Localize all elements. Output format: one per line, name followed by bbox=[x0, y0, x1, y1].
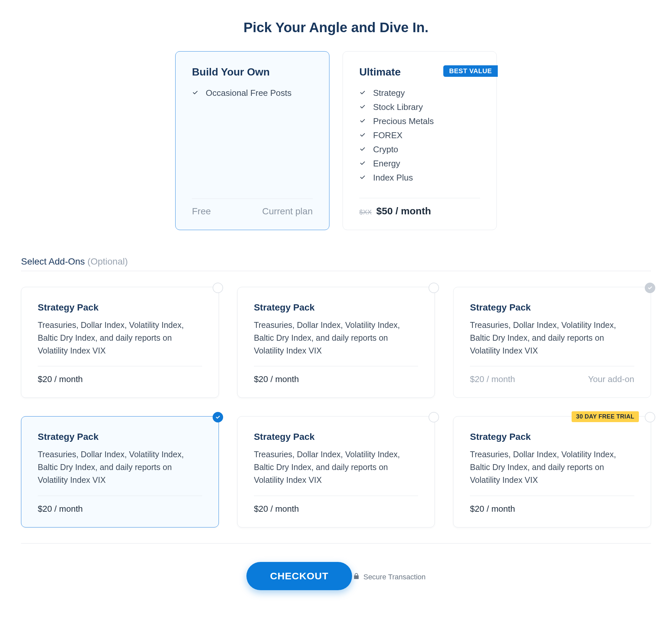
addon-title: Strategy Pack bbox=[38, 302, 202, 313]
plan-status: Current plan bbox=[262, 206, 313, 217]
plan-bottom: $XX$50 / month bbox=[359, 205, 480, 217]
addons-grid: Strategy PackTreasuries, Dollar Index, V… bbox=[21, 287, 651, 527]
divider bbox=[470, 496, 634, 496]
addon-select-toggle[interactable] bbox=[645, 412, 655, 422]
addon-price: $20 / month bbox=[38, 504, 83, 514]
best-value-badge: BEST VALUE bbox=[443, 65, 498, 77]
addon-select-toggle[interactable] bbox=[213, 283, 223, 293]
addon-description: Treasuries, Dollar Index, Volatility Ind… bbox=[38, 448, 202, 486]
plan-feature: Strategy bbox=[359, 86, 480, 100]
check-icon bbox=[359, 144, 366, 155]
secure-transaction-text: Secure Transaction bbox=[363, 573, 425, 581]
plan-feature: FOREX bbox=[359, 128, 480, 142]
divider bbox=[38, 496, 202, 496]
plan-cards-row: Build Your OwnOccasional Free PostsFreeC… bbox=[21, 51, 651, 230]
addon-select-toggle bbox=[645, 283, 655, 293]
addon-price: $20 / month bbox=[254, 374, 299, 384]
plan-feature-label: Precious Metals bbox=[373, 116, 434, 127]
plan-feature: Stock Library bbox=[359, 100, 480, 114]
addons-heading: Select Add-Ons (Optional) bbox=[21, 257, 651, 267]
secure-transaction-label: Secure Transaction bbox=[353, 573, 425, 581]
addon-card[interactable]: Strategy PackTreasuries, Dollar Index, V… bbox=[237, 416, 435, 527]
addon-description: Treasuries, Dollar Index, Volatility Ind… bbox=[470, 319, 634, 357]
addon-select-toggle[interactable] bbox=[429, 283, 439, 293]
addon-bottom: $20 / month bbox=[38, 374, 202, 384]
addon-title: Strategy Pack bbox=[38, 432, 202, 442]
plan-feature-label: Strategy bbox=[373, 88, 405, 98]
addon-price: $20 / month bbox=[38, 374, 83, 384]
plan-card[interactable]: BEST VALUEUltimateStrategyStock LibraryP… bbox=[343, 51, 497, 230]
plan-price-block: $XX$50 / month bbox=[359, 205, 431, 217]
plan-price: $50 / month bbox=[376, 205, 431, 217]
divider bbox=[21, 543, 651, 544]
addon-owned-label: Your add-on bbox=[588, 374, 634, 384]
plan-feature-label: Crypto bbox=[373, 144, 398, 155]
checkout-button[interactable]: CHECKOUT bbox=[247, 562, 352, 590]
divider bbox=[254, 366, 418, 366]
plan-price: Free bbox=[192, 206, 211, 217]
addon-card[interactable]: 30 DAY FREE TRIALStrategy PackTreasuries… bbox=[453, 416, 651, 527]
plan-card[interactable]: Build Your OwnOccasional Free PostsFreeC… bbox=[175, 51, 329, 230]
addon-card: Strategy PackTreasuries, Dollar Index, V… bbox=[453, 287, 651, 398]
check-icon bbox=[359, 116, 366, 127]
plan-price-block: Free bbox=[192, 206, 211, 217]
check-icon bbox=[359, 158, 366, 169]
addon-title: Strategy Pack bbox=[254, 432, 418, 442]
addon-bottom: $20 / month bbox=[254, 504, 418, 514]
addon-price: $20 / month bbox=[470, 504, 515, 514]
divider bbox=[38, 366, 202, 366]
addons-heading-text: Select Add-Ons bbox=[21, 257, 85, 267]
check-icon bbox=[359, 88, 366, 98]
check-icon bbox=[359, 130, 366, 141]
addon-description: Treasuries, Dollar Index, Volatility Ind… bbox=[470, 448, 634, 486]
addon-description: Treasuries, Dollar Index, Volatility Ind… bbox=[254, 319, 418, 357]
plan-feature: Precious Metals bbox=[359, 114, 480, 128]
plan-feature-label: Occasional Free Posts bbox=[206, 88, 292, 98]
addon-bottom: $20 / month bbox=[38, 504, 202, 514]
plan-feature-label: Energy bbox=[373, 158, 400, 169]
addon-title: Strategy Pack bbox=[470, 302, 634, 313]
addon-select-toggle[interactable] bbox=[429, 412, 439, 422]
page-title: Pick Your Angle and Dive In. bbox=[21, 20, 651, 35]
addon-title: Strategy Pack bbox=[254, 302, 418, 313]
addons-optional-label: (Optional) bbox=[88, 257, 128, 267]
plan-features: Occasional Free Posts bbox=[192, 86, 313, 100]
plan-bottom: FreeCurrent plan bbox=[192, 206, 313, 217]
plan-feature-label: Index Plus bbox=[373, 172, 413, 183]
addon-card[interactable]: Strategy PackTreasuries, Dollar Index, V… bbox=[237, 287, 435, 398]
plan-feature: Index Plus bbox=[359, 171, 480, 185]
divider bbox=[470, 366, 634, 366]
divider bbox=[192, 199, 313, 199]
addon-description: Treasuries, Dollar Index, Volatility Ind… bbox=[254, 448, 418, 486]
addon-bottom: $20 / month bbox=[254, 374, 418, 384]
addon-card[interactable]: Strategy PackTreasuries, Dollar Index, V… bbox=[21, 287, 219, 398]
plan-feature: Crypto bbox=[359, 142, 480, 157]
divider bbox=[21, 271, 651, 271]
addon-bottom: $20 / month bbox=[470, 504, 634, 514]
free-trial-badge: 30 DAY FREE TRIAL bbox=[572, 411, 639, 422]
divider bbox=[359, 198, 480, 198]
addon-card[interactable]: Strategy PackTreasuries, Dollar Index, V… bbox=[21, 416, 219, 527]
plan-feature-label: FOREX bbox=[373, 130, 403, 141]
divider bbox=[254, 496, 418, 496]
addon-title: Strategy Pack bbox=[470, 432, 634, 442]
plan-old-price: $XX bbox=[359, 208, 372, 216]
plan-feature: Energy bbox=[359, 157, 480, 171]
addon-select-toggle[interactable] bbox=[213, 412, 223, 422]
check-icon bbox=[359, 172, 366, 183]
addon-bottom: $20 / monthYour add-on bbox=[470, 374, 634, 384]
plan-feature-label: Stock Library bbox=[373, 102, 423, 112]
addon-description: Treasuries, Dollar Index, Volatility Ind… bbox=[38, 319, 202, 357]
plan-title: Build Your Own bbox=[192, 66, 313, 78]
addon-price: $20 / month bbox=[254, 504, 299, 514]
lock-icon bbox=[353, 573, 359, 581]
check-icon bbox=[192, 88, 199, 98]
addon-price: $20 / month bbox=[470, 374, 515, 384]
check-icon bbox=[359, 102, 366, 112]
plan-features: StrategyStock LibraryPrecious MetalsFORE… bbox=[359, 86, 480, 185]
plan-feature: Occasional Free Posts bbox=[192, 86, 313, 100]
